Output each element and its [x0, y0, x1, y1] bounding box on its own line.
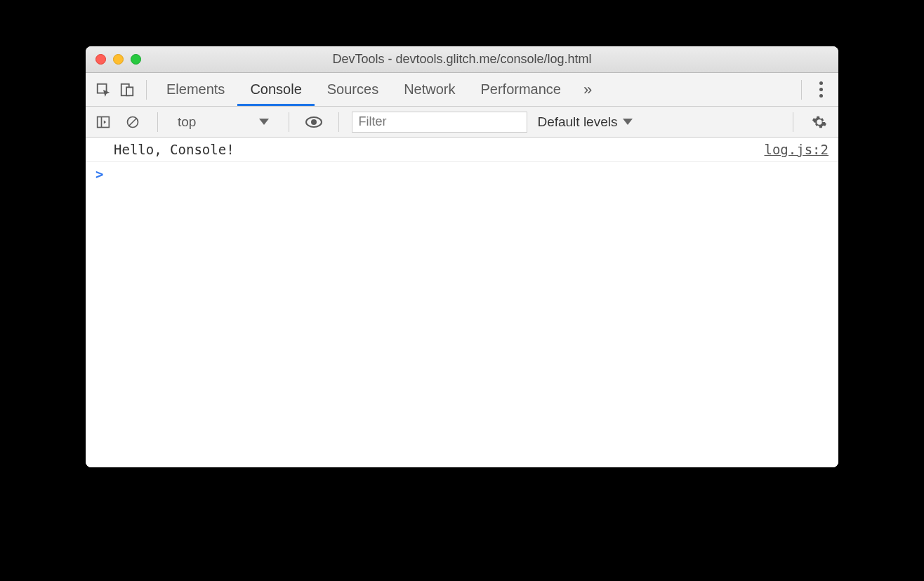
tab-elements[interactable]: Elements: [154, 73, 237, 106]
svg-rect-2: [126, 87, 133, 95]
levels-label: Default levels: [537, 114, 617, 130]
separator: [146, 80, 147, 100]
window-controls: [86, 54, 141, 65]
toggle-console-sidebar-icon[interactable]: [91, 110, 115, 134]
separator: [801, 80, 802, 100]
inspect-element-icon[interactable]: [91, 78, 115, 102]
settings-menu-button[interactable]: [809, 81, 833, 98]
window-title: DevTools - devtools.glitch.me/console/lo…: [86, 52, 838, 67]
tab-performance[interactable]: Performance: [468, 73, 574, 106]
log-levels-selector[interactable]: Default levels: [533, 114, 637, 130]
log-row: Hello, Console! log.js:2: [86, 138, 838, 162]
titlebar: DevTools - devtools.glitch.me/console/lo…: [86, 46, 838, 73]
separator: [157, 112, 158, 132]
svg-point-8: [311, 119, 317, 125]
log-source-link[interactable]: log.js:2: [764, 142, 829, 157]
separator: [793, 112, 793, 132]
svg-line-6: [129, 119, 136, 126]
close-window-button[interactable]: [95, 54, 106, 65]
devtools-window: DevTools - devtools.glitch.me/console/lo…: [86, 46, 838, 467]
svg-rect-3: [98, 116, 110, 127]
tab-network[interactable]: Network: [391, 73, 468, 106]
log-message: Hello, Console!: [114, 142, 235, 157]
console-settings-icon[interactable]: [806, 114, 833, 130]
console-toolbar: top Default levels: [86, 107, 838, 138]
chevron-down-icon: [259, 119, 269, 125]
tab-console[interactable]: Console: [237, 73, 314, 106]
minimize-window-button[interactable]: [113, 54, 124, 65]
tab-sources[interactable]: Sources: [315, 73, 391, 106]
separator: [338, 112, 339, 132]
zoom-window-button[interactable]: [131, 54, 141, 65]
live-expression-icon[interactable]: [302, 110, 326, 134]
panel-tabbar: Elements Console Sources Network Perform…: [86, 73, 838, 107]
execution-context-selector[interactable]: top: [171, 114, 276, 130]
more-tabs-button[interactable]: »: [574, 81, 602, 99]
console-output: Hello, Console! log.js:2 >: [86, 138, 838, 467]
clear-console-icon[interactable]: [121, 110, 145, 134]
filter-input[interactable]: [352, 112, 527, 133]
separator: [289, 112, 289, 132]
console-prompt[interactable]: >: [86, 162, 838, 186]
context-label: top: [178, 114, 196, 130]
chevron-down-icon: [623, 119, 633, 125]
device-toolbar-icon[interactable]: [115, 78, 139, 102]
